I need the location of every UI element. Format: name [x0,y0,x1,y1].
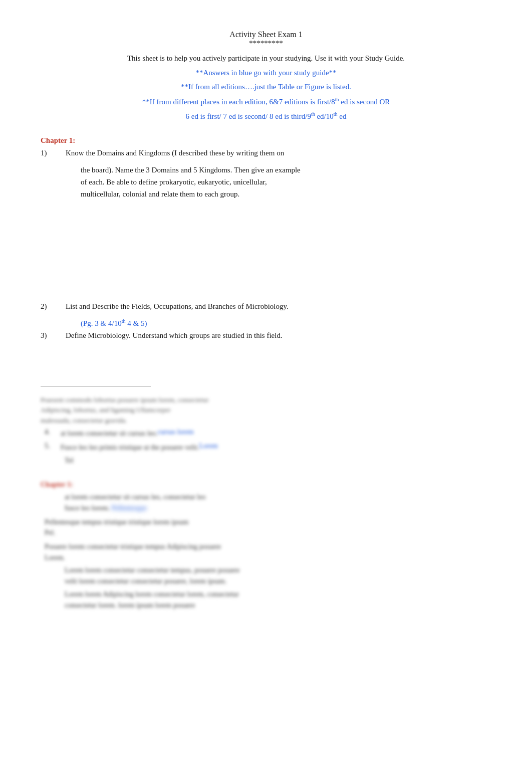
blurred-ref-3b: Lorem [199,442,217,450]
blurred-c2-ref1: Pellentesque [111,504,147,512]
blue3-cont: ed is second OR [339,98,390,106]
blurred-line-1a: Praesent commodo lobortus posuere ipsum … [41,396,209,404]
page-container: Activity Sheet Exam 1 ********* This she… [41,30,491,611]
blue4-end: ed [338,112,347,120]
chapter1-heading: Chapter 1: [41,136,491,145]
blurred-tel: Tel [65,457,74,464]
blurred-line-3a: Fusce leo leo primis tristique ut the po… [61,442,199,453]
q1-continuation-2: of each. Be able to define prokaryotic, … [41,176,491,188]
blurred-c2-q2a: Pellentesque tempus tristique tristique … [41,517,491,528]
blurred-c2-q5a: Lorem lorem Adipiscing lorem consectetur… [41,589,491,600]
blue3-text: **If from different places in each editi… [142,98,335,106]
blurred-c2-q2: Pellentesque tempus tristique tristique … [41,517,491,538]
blurred-c2-q3a: Posuere lorem consectetur tristique temp… [41,541,491,552]
q1-number: 1) [41,147,66,159]
blue3-sup: th [335,97,339,102]
header-section: Activity Sheet Exam 1 ********* This she… [41,30,491,122]
chapter1-section: Chapter 1: 1)Know the Domains and Kingdo… [41,136,491,200]
blue-line-1: **Answers in blue go with your study gui… [41,67,491,79]
q2-number: 2) [41,300,66,312]
blurred-chapter2-heading: Chapter 1: [41,481,491,489]
blue4-sup2: th [334,111,338,117]
blue-line-4: 6 ed is first/ 7 ed is second/ 8 ed is t… [41,110,491,122]
blurred-c2-q2b: Pel. [41,527,491,538]
blurred-block-1: Praesent commodo lobortus posuere ipsum … [41,395,491,427]
blurred-line-2a: at lorem consectetur sit cursus leo. [61,428,158,439]
blurred-c2-q1b: fusce leo lorem. Pellentesque [41,503,491,514]
blurred-c2-q1: at lorem consectetur sit cursus leo, con… [41,492,491,513]
q2-ref: (Pg. 3 & 4/10 [81,319,122,327]
blurred-c2-q4b: velit lorem consectetur consectetur posu… [41,576,491,587]
blurred-c2-q3b: Lorem. [41,552,491,563]
q2-ref-end: 4 & 5) [125,319,147,327]
blurred-c2-q3: Posuere lorem consectetur tristique temp… [41,541,491,563]
blue4-text: 6 ed is first/ 7 ed is second/ 8 ed is t… [186,112,311,120]
blurred-item-4: 4. at lorem consectetur sit cursus leo. … [41,428,491,439]
blue-line-2: **If from all editions….just the Table o… [41,81,491,93]
q3-text: Define Microbiology. Understand which gr… [66,329,489,341]
blue4-sup1: th [311,111,315,117]
blurred-num-4: 4. [41,428,61,436]
q3-number: 3) [41,329,66,341]
blurred-tel-line: Tel [41,455,491,466]
stars-decoration: ********* [41,39,491,48]
blurred-c2-q1a: at lorem consectetur sit cursus leo, con… [41,492,491,503]
blurred-c2-q4: Lorem lorem consectetur consectetur temp… [41,565,491,587]
section-divider [41,386,151,387]
q1-continuation-3: multicellular, colonial and relate them … [41,188,491,200]
blurred-c2-q5b: consectetur lorem. lorem ipsum lorem pos… [41,600,491,611]
question-2-block: 2)List and Describe the Fields, Occupati… [41,300,491,312]
blurred-c2-q4a: Lorem lorem consectetur consectetur temp… [41,565,491,576]
blurred-section: Praesent commodo lobortus posuere ipsum … [41,395,491,466]
blurred-c2-q5: Lorem lorem Adipiscing lorem consectetur… [41,589,491,611]
blue-line-3: **If from different places in each editi… [41,96,491,108]
q2-text: List and Describe the Fields, Occupation… [66,300,489,312]
blurred-ref-2b: cursus lorem [158,428,194,436]
q1-text: Know the Domains and Kingdoms (I describ… [66,147,489,159]
blue4-mid: ed/10 [315,112,334,120]
intro-text: This sheet is to help you actively parti… [41,53,491,64]
q1-continuation-1: the board). Name the 3 Domains and 5 Kin… [41,164,491,176]
question-3-block: 3)Define Microbiology. Understand which … [41,329,491,341]
question-1-block: 1)Know the Domains and Kingdoms (I descr… [41,147,491,159]
blurred-item-5: 5. Fusce leo leo primis tristique ut the… [41,442,491,453]
q2-ref-line: (Pg. 3 & 4/10th 4 & 5) [41,317,491,329]
blurred-line-1b: Adipiscing, lobortus, and ligaming Ullam… [41,406,170,414]
page-title: Activity Sheet Exam 1 [41,30,491,39]
blurred-num-5: 5. [41,442,61,450]
blurred-line-1c: malesuada, consectetur gravida. [41,417,127,424]
